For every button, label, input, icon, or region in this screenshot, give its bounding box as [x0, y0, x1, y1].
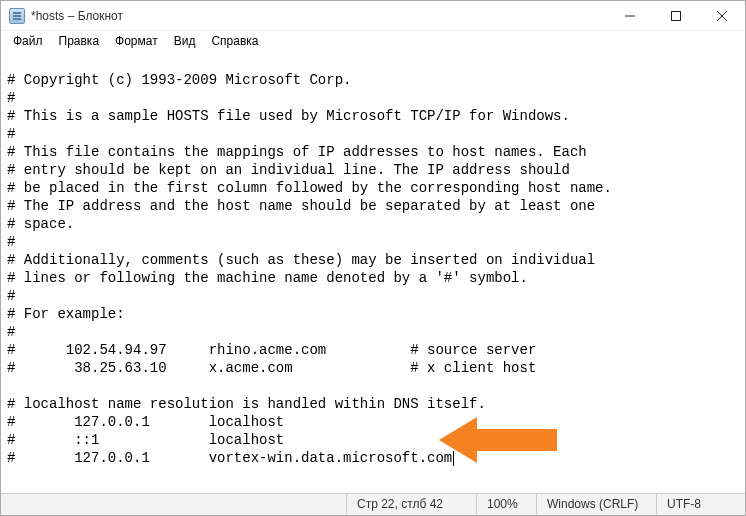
status-line-ending: Windows (CRLF) — [536, 494, 656, 515]
status-bar: Стр 22, стлб 42 100% Windows (CRLF) UTF-… — [1, 493, 745, 515]
menu-bar: Файл Правка Формат Вид Справка — [1, 31, 745, 51]
line: # space. — [7, 216, 74, 232]
line: # This is a sample HOSTS file used by Mi… — [7, 108, 570, 124]
line: # Copyright (c) 1993-2009 Microsoft Corp… — [7, 72, 351, 88]
svg-rect-1 — [672, 11, 681, 20]
maximize-button[interactable] — [653, 1, 699, 31]
text-editor[interactable]: # Copyright (c) 1993-2009 Microsoft Corp… — [1, 51, 745, 493]
svg-marker-4 — [439, 417, 557, 463]
line: # 127.0.0.1 localhost — [7, 414, 284, 430]
status-position: Стр 22, стлб 42 — [346, 494, 476, 515]
line: # 38.25.63.10 x.acme.com # x client host — [7, 360, 536, 376]
text-caret — [453, 451, 454, 466]
line: # This file contains the mappings of IP … — [7, 144, 587, 160]
line: # localhost name resolution is handled w… — [7, 396, 486, 412]
menu-edit[interactable]: Правка — [51, 32, 108, 50]
line: # — [7, 288, 15, 304]
line: # — [7, 324, 15, 340]
close-button[interactable] — [699, 1, 745, 31]
line: # For example: — [7, 306, 125, 322]
line: # ::1 localhost — [7, 432, 284, 448]
line: # entry should be kept on an individual … — [7, 162, 570, 178]
line: # — [7, 234, 15, 250]
menu-view[interactable]: Вид — [166, 32, 204, 50]
line: # 102.54.94.97 rhino.acme.com # source s… — [7, 342, 536, 358]
line: # lines or following the machine name de… — [7, 270, 528, 286]
line: # The IP address and the host name shoul… — [7, 198, 595, 214]
title-bar: *hosts – Блокнот — [1, 1, 745, 31]
notepad-icon — [9, 8, 25, 24]
menu-format[interactable]: Формат — [107, 32, 166, 50]
status-zoom: 100% — [476, 494, 536, 515]
line: # — [7, 90, 15, 106]
line: # 127.0.0.1 vortex-win.data.microsoft.co… — [7, 450, 452, 466]
minimize-button[interactable] — [607, 1, 653, 31]
line: # — [7, 126, 15, 142]
annotation-arrow-icon — [439, 415, 559, 465]
window-title: *hosts – Блокнот — [31, 9, 123, 23]
status-empty — [1, 494, 346, 515]
menu-file[interactable]: Файл — [5, 32, 51, 50]
status-encoding: UTF-8 — [656, 494, 745, 515]
menu-help[interactable]: Справка — [203, 32, 266, 50]
line: # be placed in the first column followed… — [7, 180, 612, 196]
line: # Additionally, comments (such as these)… — [7, 252, 595, 268]
